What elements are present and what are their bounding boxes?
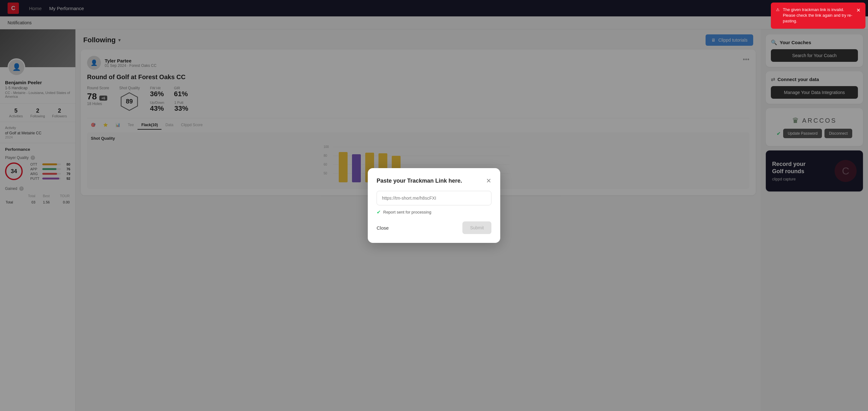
modal-close-x-button[interactable]: ✕ bbox=[486, 177, 491, 185]
success-check-icon: ✔ bbox=[377, 209, 381, 215]
warning-icon: ⚠ bbox=[776, 7, 780, 12]
modal-close-button[interactable]: Close bbox=[377, 225, 389, 230]
trackman-link-input[interactable] bbox=[377, 191, 491, 205]
error-message: The given trackman link is invalid. Plea… bbox=[783, 7, 853, 24]
error-banner: ⚠ The given trackman link is invalid. Pl… bbox=[771, 2, 866, 29]
modal-title: Paste your Trackman Link here. bbox=[377, 178, 462, 184]
success-text: Report sent for processing bbox=[383, 210, 431, 215]
modal-footer: Close Submit bbox=[377, 221, 491, 234]
error-close-button[interactable]: ✕ bbox=[856, 7, 861, 14]
modal-overlay: Paste your Trackman Link here. ✕ ✔ Repor… bbox=[0, 0, 868, 411]
modal-header: Paste your Trackman Link here. ✕ bbox=[377, 177, 491, 185]
trackman-modal: Paste your Trackman Link here. ✕ ✔ Repor… bbox=[368, 168, 500, 243]
modal-submit-button[interactable]: Submit bbox=[462, 221, 491, 234]
modal-success-message: ✔ Report sent for processing bbox=[377, 209, 491, 215]
